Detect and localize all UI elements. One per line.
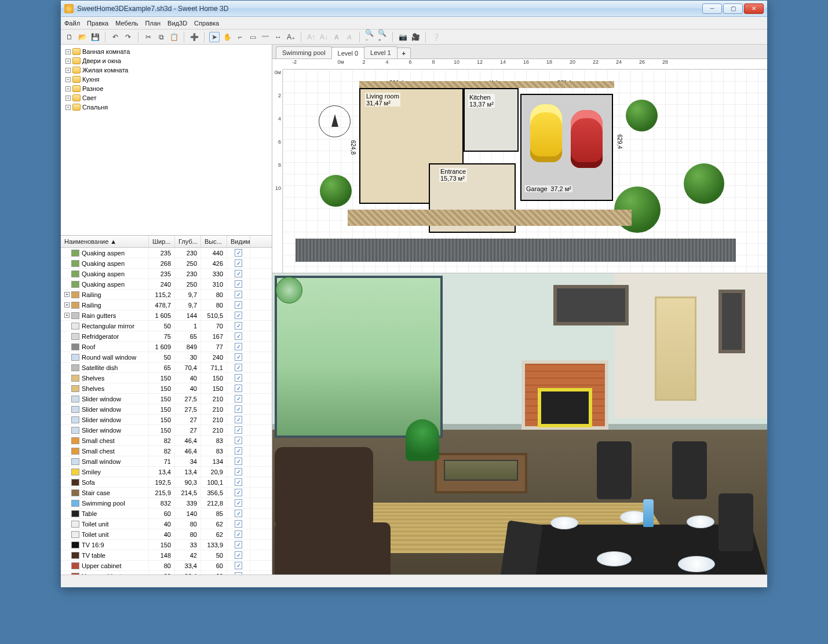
table-row[interactable]: Refridgerator7565167✓ xyxy=(61,331,272,342)
floorplan[interactable]: Living room 31,47 м² Kitchen 13,37 м² En… xyxy=(313,76,620,244)
table-row[interactable]: Shelves15040150✓ xyxy=(61,383,272,394)
col-visible[interactable]: Видимо... xyxy=(227,236,250,247)
help-button[interactable]: ❔ xyxy=(431,32,441,42)
expand-icon[interactable]: + xyxy=(65,49,71,54)
table-row[interactable]: Slider window15027210✓ xyxy=(61,415,272,425)
select-tool[interactable]: ➤ xyxy=(209,32,220,42)
table-row[interactable]: Shelves15040150✓ xyxy=(61,373,272,383)
table-row[interactable]: +Railing478,79,780✓ xyxy=(61,300,272,310)
redo-button[interactable]: ↷ xyxy=(123,32,133,42)
table-row[interactable]: TV table1484250✓ xyxy=(61,550,272,561)
expand-icon[interactable]: + xyxy=(65,68,71,73)
table-row[interactable]: Upper cabinet8033,460✓ xyxy=(61,571,272,575)
visible-checkbox[interactable]: ✓ xyxy=(235,458,242,465)
visible-checkbox[interactable]: ✓ xyxy=(235,426,242,434)
col-width[interactable]: Шир... xyxy=(149,236,175,247)
table-row[interactable]: Slider window15027210✓ xyxy=(61,425,272,436)
add-furniture-button[interactable]: ➕ xyxy=(189,32,199,42)
italic-button[interactable]: A xyxy=(344,32,355,42)
visible-checkbox[interactable]: ✓ xyxy=(235,437,242,444)
table-row[interactable]: Quaking aspen240250310✓ xyxy=(61,279,272,290)
visible-checkbox[interactable]: ✓ xyxy=(235,353,242,361)
text-tool[interactable]: A₊ xyxy=(286,32,296,42)
visible-checkbox[interactable]: ✓ xyxy=(235,364,242,371)
table-row[interactable]: Swimming pool832339212,8✓ xyxy=(61,498,272,508)
visible-checkbox[interactable]: ✓ xyxy=(235,385,242,392)
tab-add[interactable]: + xyxy=(397,47,411,58)
bold-button[interactable]: A xyxy=(331,32,342,42)
tab-level[interactable]: Level 1 xyxy=(364,46,397,58)
table-row[interactable]: TV 16:915033133,9✓ xyxy=(61,540,272,550)
visible-checkbox[interactable]: ✓ xyxy=(235,322,242,330)
table-row[interactable]: Slider window15027,5210✓ xyxy=(61,404,272,415)
tree-node[interactable]: +Кухня xyxy=(63,75,269,84)
table-row[interactable]: Small window7134134✓ xyxy=(61,456,272,467)
menu-мебель[interactable]: Мебель xyxy=(115,20,138,27)
furniture-table[interactable]: Наименование ▲ Шир... Глуб... Выс... Вид… xyxy=(61,236,272,575)
furniture-catalog-tree[interactable]: +Ванная комната+Двери и окна+Жилая комна… xyxy=(61,45,272,236)
tree-node[interactable]: +Свет xyxy=(63,93,269,103)
view-3d[interactable] xyxy=(272,273,767,575)
photo-button[interactable]: 📷 xyxy=(397,32,408,42)
visible-checkbox[interactable]: ✓ xyxy=(235,332,242,340)
table-row[interactable]: Small chest8246,483✓ xyxy=(61,436,272,446)
menu-правка[interactable]: Правка xyxy=(87,20,108,27)
visible-checkbox[interactable]: ✓ xyxy=(235,374,242,382)
visible-checkbox[interactable]: ✓ xyxy=(235,478,242,486)
pan-tool[interactable]: ✋ xyxy=(222,32,232,42)
table-row[interactable]: Toilet unit408062✓ xyxy=(61,529,272,540)
visible-checkbox[interactable]: ✓ xyxy=(235,291,242,298)
undo-button[interactable]: ↶ xyxy=(110,32,121,42)
expand-icon[interactable]: + xyxy=(65,58,71,64)
expand-icon[interactable]: + xyxy=(65,86,71,92)
minimize-button[interactable]: ─ xyxy=(702,3,722,14)
visible-checkbox[interactable]: ✓ xyxy=(235,405,242,413)
text-size-down[interactable]: A↓ xyxy=(319,32,329,42)
save-button[interactable]: 💾 xyxy=(90,32,100,42)
col-depth[interactable]: Глуб... xyxy=(175,236,201,247)
new-button[interactable]: 🗋 xyxy=(64,32,75,42)
open-button[interactable]: 📂 xyxy=(77,32,87,42)
table-row[interactable]: Smiley13,413,420,9✓ xyxy=(61,467,272,477)
visible-checkbox[interactable]: ✓ xyxy=(235,395,242,402)
table-row[interactable]: +Rain gutters1 605144510,5✓ xyxy=(61,310,272,321)
table-row[interactable]: Quaking aspen235230330✓ xyxy=(61,269,272,279)
col-height[interactable]: Выс... xyxy=(201,236,227,247)
close-button[interactable]: ✕ xyxy=(744,3,764,14)
visible-checkbox[interactable]: ✓ xyxy=(235,510,242,517)
table-row[interactable]: Quaking aspen235230440✓ xyxy=(61,248,272,258)
table-header[interactable]: Наименование ▲ Шир... Глуб... Выс... Вид… xyxy=(61,236,272,248)
table-row[interactable]: Sofa192,590,3100,1✓ xyxy=(61,477,272,488)
visible-checkbox[interactable]: ✓ xyxy=(235,312,242,319)
menu-вид3d[interactable]: Вид3D xyxy=(167,20,187,27)
expand-icon[interactable]: + xyxy=(65,105,71,110)
visible-checkbox[interactable]: ✓ xyxy=(235,301,242,309)
text-size-up[interactable]: A↑ xyxy=(306,32,316,42)
visible-checkbox[interactable]: ✓ xyxy=(235,562,242,569)
maximize-button[interactable]: ▢ xyxy=(723,3,743,14)
expand-icon[interactable]: + xyxy=(65,77,71,82)
visible-checkbox[interactable]: ✓ xyxy=(235,499,242,507)
paste-button[interactable]: 📋 xyxy=(169,32,179,42)
visible-checkbox[interactable]: ✓ xyxy=(235,530,242,538)
visible-checkbox[interactable]: ✓ xyxy=(235,572,242,575)
dimension-tool[interactable]: ↔ xyxy=(273,32,283,42)
table-row[interactable]: Rectangular mirror50170✓ xyxy=(61,321,272,331)
menu-план[interactable]: План xyxy=(145,20,161,27)
visible-checkbox[interactable]: ✓ xyxy=(235,416,242,423)
visible-checkbox[interactable]: ✓ xyxy=(235,541,242,548)
visible-checkbox[interactable]: ✓ xyxy=(235,447,242,455)
table-row[interactable]: Stair case215,9214,5356,5✓ xyxy=(61,488,272,498)
visible-checkbox[interactable]: ✓ xyxy=(235,280,242,288)
visible-checkbox[interactable]: ✓ xyxy=(235,259,242,267)
table-row[interactable]: Quaking aspen268250426✓ xyxy=(61,258,272,269)
visible-checkbox[interactable]: ✓ xyxy=(235,270,242,277)
table-row[interactable]: +Railing115,29,780✓ xyxy=(61,290,272,300)
table-row[interactable]: Toilet unit408062✓ xyxy=(61,519,272,529)
visible-checkbox[interactable]: ✓ xyxy=(235,468,242,475)
view-3d-navigator[interactable] xyxy=(276,277,302,303)
visible-checkbox[interactable]: ✓ xyxy=(235,551,242,559)
menu-справка[interactable]: Справка xyxy=(194,20,219,27)
table-row[interactable]: Table6014085✓ xyxy=(61,508,272,519)
table-row[interactable]: Satellite dish6570,471,1✓ xyxy=(61,363,272,373)
